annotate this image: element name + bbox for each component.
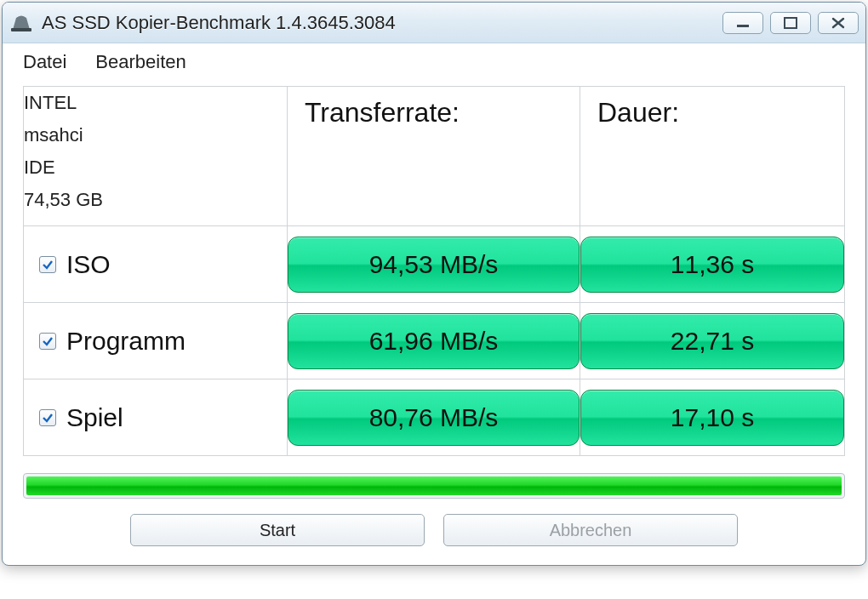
app-icon: [9, 13, 33, 33]
iso-duration: 11,36 s: [580, 237, 844, 293]
programm-duration: 22,71 s: [580, 313, 844, 369]
spiel-rate: 80,76 MB/s: [288, 390, 580, 446]
cancel-button[interactable]: Abbrechen: [443, 514, 738, 546]
header-transferrate: Transferrate:: [288, 87, 580, 128]
start-button[interactable]: Start: [130, 514, 425, 546]
body: INTEL msahci IDE 74,53 GB Transferrate: …: [3, 81, 865, 565]
results-table: INTEL msahci IDE 74,53 GB Transferrate: …: [23, 86, 845, 456]
app-window: AS SSD Kopier-Benchmark 1.4.3645.3084 Da…: [2, 2, 866, 566]
menubar: Datei Bearbeiten: [3, 43, 865, 81]
menu-edit[interactable]: Bearbeiten: [95, 51, 186, 73]
drive-vendor: INTEL: [24, 87, 287, 119]
checkbox-iso[interactable]: [39, 256, 56, 273]
titlebar: AS SSD Kopier-Benchmark 1.4.3645.3084: [3, 3, 865, 43]
minimize-button[interactable]: [722, 12, 763, 34]
close-button[interactable]: [818, 12, 859, 34]
maximize-button[interactable]: [770, 12, 811, 34]
spiel-duration: 17,10 s: [580, 390, 844, 446]
programm-rate: 61,96 MB/s: [288, 313, 580, 369]
button-row: Start Abbrechen: [23, 514, 845, 546]
window-controls: [722, 12, 859, 34]
row-label-spiel: Spiel: [66, 403, 123, 432]
svg-rect-0: [11, 28, 31, 31]
progress-bar: [23, 473, 845, 499]
drive-info-cell: INTEL msahci IDE 74,53 GB: [24, 87, 288, 226]
row-label-iso: ISO: [66, 250, 111, 279]
iso-rate: 94,53 MB/s: [288, 237, 580, 293]
window-title: AS SSD Kopier-Benchmark 1.4.3645.3084: [42, 12, 714, 34]
svg-rect-1: [737, 25, 749, 27]
menu-file[interactable]: Datei: [23, 51, 66, 73]
svg-rect-2: [785, 18, 797, 28]
drive-capacity: 74,53 GB: [24, 184, 287, 216]
checkbox-spiel[interactable]: [39, 409, 56, 426]
progress-fill: [26, 476, 842, 495]
row-label-programm: Programm: [66, 327, 186, 356]
header-duration: Dauer:: [580, 87, 844, 128]
drive-mode: IDE: [24, 151, 287, 184]
drive-driver: msahci: [24, 119, 287, 151]
checkbox-programm[interactable]: [39, 333, 56, 350]
